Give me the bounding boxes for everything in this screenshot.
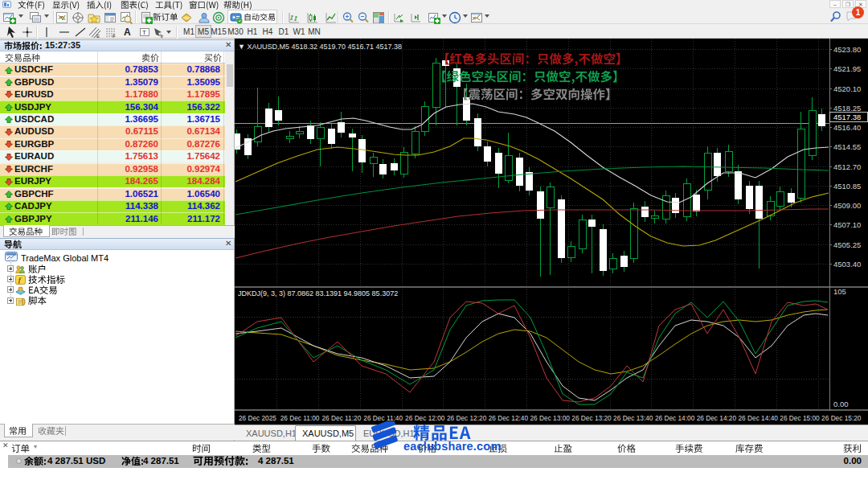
svg-text:4517.38: 4517.38 <box>833 113 861 121</box>
svg-text:4516.40: 4516.40 <box>833 123 861 132</box>
svg-text:4518.25: 4518.25 <box>833 104 861 113</box>
svg-text:26 Dec 14:20: 26 Dec 14:20 <box>697 414 737 422</box>
svg-text:4514.55: 4514.55 <box>833 142 861 151</box>
svg-text:26 Dec 13:20: 26 Dec 13:20 <box>571 414 612 422</box>
svg-text:26 Dec 13:40: 26 Dec 13:40 <box>613 414 653 422</box>
svg-text:4523.80: 4523.80 <box>833 45 861 54</box>
svg-text:▼ XAUUSD,M5 4518.32 4519.70 4: ▼ XAUUSD,M5 4518.32 4519.70 4516.71 4517… <box>238 43 402 51</box>
svg-text:T: T <box>142 29 146 36</box>
svg-text:0.00: 0.00 <box>833 400 849 408</box>
svg-text:4503.40: 4503.40 <box>833 260 861 269</box>
svg-text:26 Dec 15:00: 26 Dec 15:00 <box>780 414 820 422</box>
svg-text:26 Dec 15:20: 26 Dec 15:20 <box>821 414 862 422</box>
svg-text:26 Dec 13:00: 26 Dec 13:00 <box>530 414 571 422</box>
svg-text:4507.10: 4507.10 <box>833 220 861 229</box>
svg-text:4510.85: 4510.85 <box>833 182 861 191</box>
svg-text:26 Dec 2025: 26 Dec 2025 <box>239 414 276 422</box>
svg-text:4521.95: 4521.95 <box>833 64 861 73</box>
svg-text:105: 105 <box>833 287 846 296</box>
svg-text:4520.10: 4520.10 <box>833 84 861 93</box>
svg-text:26 Dec 14:00: 26 Dec 14:00 <box>655 414 695 422</box>
svg-text:4509.00: 4509.00 <box>833 201 861 210</box>
svg-text:26 Dec 11:00: 26 Dec 11:00 <box>280 414 320 422</box>
svg-text:26 Dec 14:40: 26 Dec 14:40 <box>739 414 779 422</box>
svg-text:JDKDJ(9, 3, 3) 87.0862 83.1391: JDKDJ(9, 3, 3) 87.0862 83.1391 94.9805 8… <box>238 289 398 297</box>
svg-text:4512.70: 4512.70 <box>833 162 861 171</box>
svg-text:26 Dec 11:20: 26 Dec 11:20 <box>322 414 362 422</box>
svg-text:4505.25: 4505.25 <box>833 240 861 249</box>
svg-text:26 Dec 12:40: 26 Dec 12:40 <box>489 414 529 422</box>
